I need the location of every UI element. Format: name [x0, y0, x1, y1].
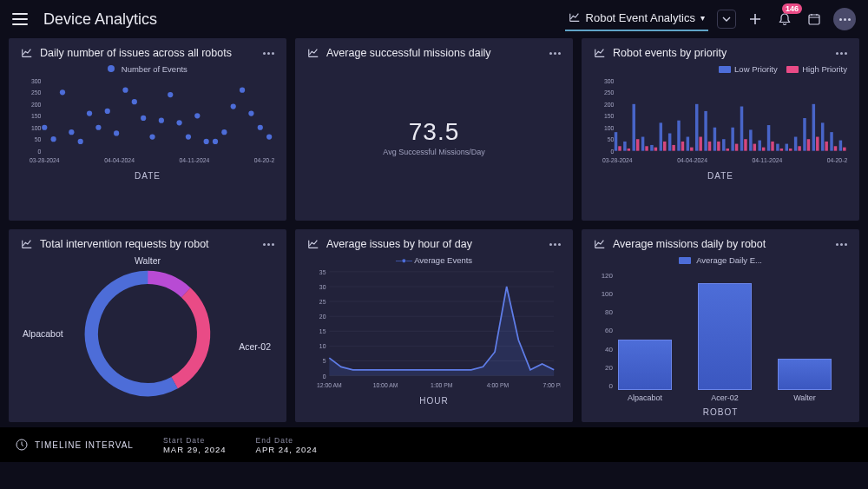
svg-rect-79: [654, 148, 657, 151]
chart-line-icon: [594, 47, 606, 59]
svg-text:50: 50: [608, 136, 615, 142]
svg-text:04-11-2024: 04-11-2024: [179, 157, 209, 163]
dashboard-grid: Daily number of issues across all robots…: [0, 38, 868, 427]
svg-text:04-20-2024: 04-20-2024: [254, 157, 274, 163]
svg-rect-72: [821, 122, 824, 150]
svg-text:04-04-2024: 04-04-2024: [104, 157, 135, 163]
caret-down-icon: ▾: [700, 13, 705, 23]
svg-point-27: [176, 120, 181, 125]
svg-rect-90: [753, 144, 756, 151]
top-bar: Device Analytics Robot Event Analytics ▾…: [0, 0, 868, 38]
svg-point-28: [186, 134, 191, 139]
svg-text:10:00 AM: 10:00 AM: [373, 382, 398, 388]
svg-point-13: [51, 136, 56, 142]
svg-rect-91: [762, 148, 765, 151]
svg-point-21: [122, 88, 128, 93]
svg-text:10: 10: [319, 343, 326, 349]
add-button[interactable]: [745, 9, 766, 30]
svg-point-30: [204, 139, 209, 144]
svg-rect-64: [749, 129, 752, 150]
svg-rect-77: [636, 139, 639, 150]
svg-text:250: 250: [31, 89, 42, 96]
svg-text:150: 150: [31, 113, 42, 119]
donut-label-alpacabot: Alpacabot: [23, 328, 63, 339]
clock-icon: [16, 439, 28, 451]
svg-rect-61: [722, 139, 725, 150]
notifications-button[interactable]: 146: [774, 9, 795, 30]
svg-rect-93: [780, 149, 783, 151]
page-title: Device Analytics: [43, 10, 157, 29]
panel-menu-button[interactable]: [263, 52, 274, 55]
view-dropdown-button[interactable]: [717, 10, 736, 29]
grouped-bar-chart: 05010015020025030003-28-202404-04-202404…: [594, 77, 847, 166]
bar-chart: 120100806040200: [594, 268, 847, 390]
svg-text:5: 5: [323, 358, 326, 364]
view-selector-label: Robot Event Analytics: [586, 11, 695, 24]
svg-rect-73: [830, 132, 832, 151]
scatter-chart: 05010015020025030003-28-202404-04-202404…: [21, 77, 274, 166]
panel-menu-button[interactable]: [549, 243, 561, 246]
svg-rect-62: [731, 128, 733, 151]
svg-text:100: 100: [31, 125, 42, 131]
panel-menu-button[interactable]: [263, 243, 274, 246]
notifications-badge: 146: [782, 3, 802, 14]
menu-icon[interactable]: [12, 13, 28, 25]
legend-label: Average Daily E...: [696, 255, 762, 265]
donut-label-walter: Walter: [135, 255, 161, 266]
more-button[interactable]: [833, 8, 856, 30]
svg-rect-65: [758, 141, 760, 151]
svg-rect-75: [618, 146, 621, 150]
svg-rect-68: [786, 144, 788, 151]
svg-text:0: 0: [323, 373, 326, 380]
svg-point-16: [78, 139, 83, 144]
svg-rect-80: [663, 142, 666, 151]
svg-rect-88: [735, 144, 738, 151]
svg-rect-95: [798, 146, 800, 150]
chart-legend: Number of Events: [21, 64, 274, 74]
svg-text:04-20-2024: 04-20-2024: [827, 157, 847, 163]
timeline-end[interactable]: End Date APR 24, 2024: [256, 436, 318, 454]
svg-point-31: [213, 139, 218, 144]
svg-rect-78: [645, 146, 648, 150]
panel-menu-button[interactable]: [836, 243, 847, 246]
svg-text:50: 50: [35, 136, 42, 142]
svg-rect-50: [623, 142, 626, 151]
timeline-title: TIMELINE INTERVAL: [35, 440, 134, 450]
timeline-end-value: APR 24, 2024: [256, 445, 318, 454]
svg-text:30: 30: [319, 284, 326, 290]
bar-x-label: Alpacabot: [618, 393, 672, 402]
svg-text:150: 150: [604, 113, 615, 119]
panel-menu-button[interactable]: [549, 52, 561, 55]
chart-legend: Low Priority High Priority: [594, 64, 847, 74]
svg-rect-59: [704, 111, 707, 151]
svg-point-25: [159, 118, 164, 123]
svg-rect-83: [690, 148, 693, 151]
calendar-button[interactable]: [804, 9, 825, 30]
svg-point-29: [194, 113, 200, 118]
panel-title: Average missions daily by robot: [613, 238, 766, 250]
panel-title: Average issues by hour of day: [326, 238, 472, 250]
svg-text:7:00 PM: 7:00 PM: [543, 382, 561, 388]
svg-text:0: 0: [38, 149, 42, 155]
svg-text:04-11-2024: 04-11-2024: [752, 157, 782, 163]
svg-text:200: 200: [31, 102, 42, 108]
view-selector[interactable]: Robot Event Analytics ▾: [565, 8, 708, 31]
svg-point-26: [168, 92, 173, 97]
timeline-start[interactable]: Start Date MAR 29, 2024: [163, 436, 227, 454]
panel-menu-button[interactable]: [836, 52, 847, 55]
svg-rect-89: [744, 139, 746, 150]
svg-rect-87: [727, 149, 729, 151]
bar: [778, 359, 832, 390]
panel-missions-robot: Average missions daily by robot Average …: [582, 229, 859, 422]
svg-rect-76: [628, 149, 630, 151]
svg-rect-56: [677, 121, 680, 151]
svg-rect-86: [717, 142, 720, 151]
svg-rect-74: [839, 141, 842, 151]
svg-rect-70: [803, 118, 806, 151]
chart-line-icon: [569, 11, 581, 23]
svg-text:25: 25: [319, 299, 326, 305]
chart-line-icon: [21, 47, 33, 59]
svg-point-12: [42, 125, 47, 130]
svg-point-18: [95, 125, 101, 130]
svg-text:200: 200: [604, 102, 615, 108]
